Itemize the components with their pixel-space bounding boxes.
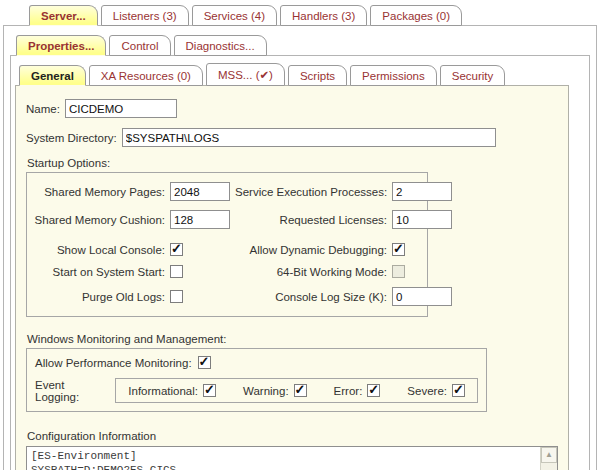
warning-label: Warning: — [243, 385, 289, 397]
general-tab-bar: General XA Resources (0) MSS... (✔) Scri… — [11, 56, 589, 86]
start-on-system-start-checkbox[interactable] — [170, 265, 183, 278]
configuration-information-textarea[interactable]: [ES-Environment] SYSPATH=D:DEMO2ES_CICS … — [26, 446, 558, 470]
tab-listeners[interactable]: Listeners (3) — [101, 5, 189, 26]
tab-mss[interactable]: MSS... (✔) — [206, 63, 285, 86]
purge-old-logs-checkbox[interactable] — [170, 290, 183, 303]
warning-checkbox[interactable] — [294, 384, 307, 397]
windows-monitoring-group: Allow Performance Monitoring: Event Logg… — [26, 348, 487, 412]
startup-options-label: Startup Options: — [27, 157, 558, 169]
64-bit-working-mode-label: 64-Bit Working Mode: — [235, 266, 387, 278]
general-panel: Name: System Directory: Startup Options:… — [15, 85, 569, 470]
scroll-up-icon[interactable]: ▲ — [541, 447, 557, 463]
service-execution-processes-label: Service Execution Processes: — [235, 186, 387, 198]
system-directory-field[interactable] — [122, 128, 496, 147]
shared-memory-cushion-label: Shared Memory Cushion: — [29, 214, 165, 226]
show-local-console-checkbox[interactable] — [170, 243, 183, 256]
configuration-text: [ES-Environment] SYSPATH=D:DEMO2ES_CICS … — [31, 450, 328, 470]
informational-checkbox[interactable] — [203, 384, 216, 397]
error-checkbox[interactable] — [367, 384, 380, 397]
start-on-system-start-label: Start on System Start: — [29, 266, 165, 278]
properties-tab-bar: Properties... Control Diagnostics... — [4, 26, 596, 56]
tab-packages[interactable]: Packages (0) — [370, 5, 462, 26]
event-logging-label: Event Logging: — [35, 379, 105, 403]
tab-services[interactable]: Services (4) — [192, 5, 277, 26]
tab-diagnostics[interactable]: Diagnostics... — [174, 35, 267, 56]
requested-licenses-field[interactable] — [392, 210, 452, 229]
requested-licenses-label: Requested Licenses: — [235, 214, 387, 226]
name-label: Name: — [26, 103, 60, 115]
tab-general[interactable]: General — [19, 65, 86, 86]
tab-security[interactable]: Security — [440, 65, 506, 86]
tab-properties[interactable]: Properties... — [16, 35, 106, 56]
tab-xa-resources[interactable]: XA Resources (0) — [89, 65, 203, 86]
server-tab-bar: Server... Listeners (3) Services (4) Han… — [0, 0, 600, 26]
properties-panel: General XA Resources (0) MSS... (✔) Scri… — [10, 55, 590, 470]
shared-memory-pages-field[interactable] — [170, 182, 230, 201]
informational-label: Informational: — [128, 385, 198, 397]
startup-options-group: Shared Memory Pages: Service Execution P… — [26, 172, 428, 317]
tab-handlers[interactable]: Handlers (3) — [280, 5, 367, 26]
configuration-information-label: Configuration Information — [27, 430, 558, 442]
severe-checkbox[interactable] — [452, 384, 465, 397]
error-label: Error: — [334, 385, 363, 397]
tab-server[interactable]: Server... — [29, 5, 98, 26]
service-execution-processes-field[interactable] — [392, 182, 452, 201]
64-bit-working-mode-checkbox — [392, 265, 405, 278]
tab-scripts[interactable]: Scripts — [288, 65, 347, 86]
severe-label: Severe: — [407, 385, 447, 397]
allow-performance-monitoring-checkbox[interactable] — [198, 356, 211, 369]
allow-performance-monitoring-label: Allow Performance Monitoring: — [35, 357, 192, 369]
show-local-console-label: Show Local Console: — [29, 244, 165, 256]
console-log-size-field[interactable] — [392, 287, 452, 306]
tab-control[interactable]: Control — [109, 35, 170, 56]
server-panel: Properties... Control Diagnostics... Gen… — [3, 25, 597, 470]
windows-monitoring-label: Windows Monitoring and Management: — [27, 333, 558, 345]
purge-old-logs-label: Purge Old Logs: — [29, 291, 165, 303]
allow-dynamic-debugging-checkbox[interactable] — [392, 243, 405, 256]
event-logging-group: Informational: Warning: Error: Seve — [115, 378, 478, 403]
console-log-size-label: Console Log Size (K): — [235, 291, 387, 303]
name-field[interactable] — [65, 99, 177, 118]
shared-memory-pages-label: Shared Memory Pages: — [29, 186, 165, 198]
shared-memory-cushion-field[interactable] — [170, 210, 230, 229]
system-directory-label: System Directory: — [26, 132, 117, 144]
allow-dynamic-debugging-label: Allow Dynamic Debugging: — [235, 244, 387, 256]
textarea-scrollbar[interactable]: ▲ ▼ — [540, 447, 557, 470]
tab-permissions[interactable]: Permissions — [350, 65, 437, 86]
